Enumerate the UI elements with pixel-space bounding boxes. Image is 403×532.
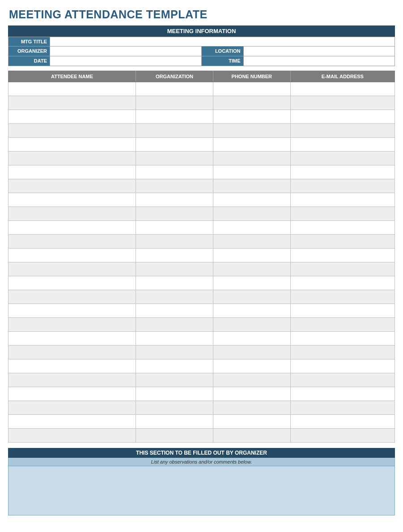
- cell-organization[interactable]: [136, 249, 213, 262]
- cell-email[interactable]: [290, 359, 395, 373]
- cell-phone[interactable]: [213, 262, 290, 276]
- cell-organization[interactable]: [136, 332, 213, 346]
- cell-name[interactable]: [8, 221, 136, 235]
- cell-name[interactable]: [8, 332, 136, 346]
- cell-organization[interactable]: [136, 221, 213, 235]
- cell-email[interactable]: [290, 138, 395, 152]
- cell-phone[interactable]: [213, 429, 290, 443]
- cell-name[interactable]: [8, 165, 136, 179]
- cell-email[interactable]: [290, 429, 395, 443]
- field-date[interactable]: [50, 56, 202, 66]
- cell-name[interactable]: [8, 290, 136, 304]
- cell-email[interactable]: [290, 290, 395, 304]
- cell-phone[interactable]: [213, 235, 290, 249]
- cell-name[interactable]: [8, 124, 136, 138]
- cell-organization[interactable]: [136, 179, 213, 193]
- cell-name[interactable]: [8, 262, 136, 276]
- cell-organization[interactable]: [136, 152, 213, 165]
- cell-phone[interactable]: [213, 207, 290, 221]
- cell-phone[interactable]: [213, 401, 290, 415]
- cell-phone[interactable]: [213, 82, 290, 96]
- field-time[interactable]: [244, 56, 395, 66]
- cell-email[interactable]: [290, 249, 395, 262]
- cell-organization[interactable]: [136, 110, 213, 124]
- cell-name[interactable]: [8, 373, 136, 387]
- field-mtg-title[interactable]: [50, 37, 395, 46]
- cell-organization[interactable]: [136, 387, 213, 401]
- cell-organization[interactable]: [136, 235, 213, 249]
- cell-email[interactable]: [290, 165, 395, 179]
- cell-email[interactable]: [290, 235, 395, 249]
- cell-email[interactable]: [290, 207, 395, 221]
- cell-phone[interactable]: [213, 124, 290, 138]
- cell-name[interactable]: [8, 387, 136, 401]
- cell-email[interactable]: [290, 304, 395, 318]
- cell-organization[interactable]: [136, 82, 213, 96]
- cell-email[interactable]: [290, 82, 395, 96]
- cell-email[interactable]: [290, 110, 395, 124]
- cell-organization[interactable]: [136, 165, 213, 179]
- cell-phone[interactable]: [213, 318, 290, 332]
- cell-phone[interactable]: [213, 346, 290, 359]
- cell-email[interactable]: [290, 276, 395, 290]
- cell-phone[interactable]: [213, 290, 290, 304]
- cell-name[interactable]: [8, 82, 136, 96]
- cell-organization[interactable]: [136, 318, 213, 332]
- cell-name[interactable]: [8, 207, 136, 221]
- cell-organization[interactable]: [136, 401, 213, 415]
- cell-organization[interactable]: [136, 124, 213, 138]
- cell-phone[interactable]: [213, 359, 290, 373]
- cell-name[interactable]: [8, 318, 136, 332]
- cell-organization[interactable]: [136, 346, 213, 359]
- cell-email[interactable]: [290, 221, 395, 235]
- cell-name[interactable]: [8, 110, 136, 124]
- cell-phone[interactable]: [213, 304, 290, 318]
- cell-phone[interactable]: [213, 165, 290, 179]
- cell-name[interactable]: [8, 346, 136, 359]
- cell-phone[interactable]: [213, 276, 290, 290]
- field-location[interactable]: [244, 46, 395, 56]
- cell-name[interactable]: [8, 359, 136, 373]
- cell-name[interactable]: [8, 429, 136, 443]
- cell-organization[interactable]: [136, 262, 213, 276]
- cell-phone[interactable]: [213, 332, 290, 346]
- cell-phone[interactable]: [213, 373, 290, 387]
- cell-organization[interactable]: [136, 415, 213, 429]
- cell-name[interactable]: [8, 179, 136, 193]
- cell-organization[interactable]: [136, 373, 213, 387]
- cell-phone[interactable]: [213, 415, 290, 429]
- cell-email[interactable]: [290, 318, 395, 332]
- cell-phone[interactable]: [213, 387, 290, 401]
- cell-email[interactable]: [290, 346, 395, 359]
- cell-email[interactable]: [290, 179, 395, 193]
- cell-phone[interactable]: [213, 221, 290, 235]
- cell-phone[interactable]: [213, 138, 290, 152]
- cell-name[interactable]: [8, 96, 136, 110]
- cell-phone[interactable]: [213, 179, 290, 193]
- cell-email[interactable]: [290, 124, 395, 138]
- cell-phone[interactable]: [213, 110, 290, 124]
- cell-email[interactable]: [290, 96, 395, 110]
- cell-organization[interactable]: [136, 304, 213, 318]
- cell-organization[interactable]: [136, 290, 213, 304]
- cell-email[interactable]: [290, 401, 395, 415]
- cell-email[interactable]: [290, 415, 395, 429]
- field-organizer[interactable]: [50, 46, 202, 56]
- observations-field[interactable]: [8, 466, 395, 515]
- cell-email[interactable]: [290, 193, 395, 207]
- cell-email[interactable]: [290, 332, 395, 346]
- cell-organization[interactable]: [136, 96, 213, 110]
- cell-organization[interactable]: [136, 193, 213, 207]
- cell-name[interactable]: [8, 401, 136, 415]
- cell-phone[interactable]: [213, 249, 290, 262]
- cell-email[interactable]: [290, 262, 395, 276]
- cell-name[interactable]: [8, 193, 136, 207]
- cell-phone[interactable]: [213, 193, 290, 207]
- cell-name[interactable]: [8, 138, 136, 152]
- cell-organization[interactable]: [136, 138, 213, 152]
- cell-name[interactable]: [8, 276, 136, 290]
- cell-name[interactable]: [8, 152, 136, 165]
- cell-name[interactable]: [8, 304, 136, 318]
- cell-organization[interactable]: [136, 276, 213, 290]
- cell-name[interactable]: [8, 249, 136, 262]
